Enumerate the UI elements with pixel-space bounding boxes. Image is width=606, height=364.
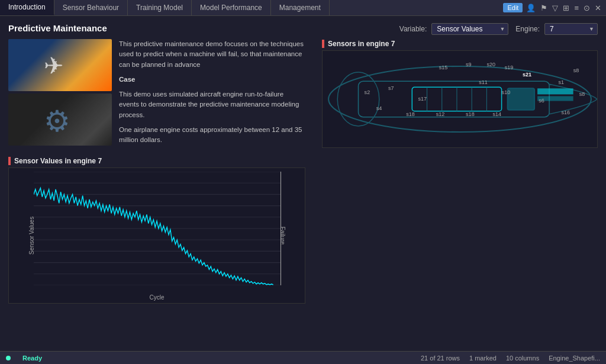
- close-icon[interactable]: ✕: [594, 4, 602, 12]
- y-axis-label: Sensor Values: [28, 217, 35, 255]
- variable-control: Variable: Sensor Values: [399, 23, 508, 35]
- svg-text:s19: s19: [505, 65, 514, 70]
- failure-label: Failure: [279, 227, 286, 245]
- engine-control: Engine: 7: [515, 23, 598, 35]
- tab-sensor-behaviour[interactable]: Sensor Behaviour: [54, 0, 128, 15]
- svg-rect-45: [537, 88, 573, 94]
- svg-text:s18: s18: [406, 111, 415, 117]
- status-rows: 21 of 21 rows: [421, 355, 460, 362]
- help-icon[interactable]: ⊙: [582, 4, 591, 12]
- intro-section: This predictive maintenance demo focuses…: [8, 39, 305, 150]
- svg-text:s10: s10: [502, 89, 511, 95]
- svg-text:s4: s4: [376, 105, 382, 111]
- svg-text:s15: s15: [439, 65, 448, 70]
- svg-text:s12: s12: [436, 111, 445, 117]
- chart-title: Sensor Values in engine 7: [8, 157, 305, 165]
- status-bar: Ready 21 of 21 rows 1 marked 10 columns …: [0, 351, 606, 364]
- engine-section: Sensors in engine 7: [322, 40, 598, 344]
- main-content: Predictive Maintenance This predictive m…: [0, 16, 606, 351]
- svg-text:s20: s20: [486, 62, 495, 67]
- left-panel: Predictive Maintenance This predictive m…: [0, 16, 314, 351]
- variable-select[interactable]: Sensor Values: [431, 23, 508, 35]
- variable-label: Variable:: [399, 25, 427, 33]
- user-icon[interactable]: 👤: [525, 4, 537, 12]
- svg-text:s18: s18: [466, 111, 475, 117]
- sensor-section-title: Sensors in engine 7: [322, 40, 598, 48]
- menu-icon[interactable]: ≡: [573, 4, 580, 12]
- svg-text:s7: s7: [388, 85, 394, 91]
- svg-text:s1: s1: [558, 79, 564, 85]
- engine-image: [8, 94, 112, 146]
- toolbar-right: Edit 👤 ⚑ ▽ ⊞ ≡ ⊙ ✕: [499, 0, 606, 15]
- status-ready: Ready: [22, 355, 42, 362]
- chart-section: Sensor Values in engine 7 Sensor Values …: [8, 157, 305, 344]
- cost-paragraph: One airplane engine costs approximately …: [119, 125, 305, 146]
- airplane-image: [8, 39, 112, 91]
- chart-svg: 1 0,9 0,8 0,7 0,6 0,5 0,4 0,3 0,2 0,1 0 …: [34, 172, 281, 285]
- status-marked: 1 marked: [469, 355, 497, 362]
- svg-text:s9: s9: [466, 62, 472, 67]
- case-paragraph: This demo uses simulated aircraft engine…: [119, 89, 305, 120]
- page-title: Predictive Maintenance: [8, 23, 305, 33]
- chart-container: Sensor Values Cycle Failure: [8, 167, 305, 304]
- engine-label: Engine:: [515, 25, 540, 33]
- tab-model-performance[interactable]: Model Performance: [192, 0, 271, 15]
- svg-text:s6: s6: [539, 98, 544, 104]
- tab-training-model[interactable]: Training Model: [128, 0, 192, 15]
- filter-icon[interactable]: ▽: [551, 4, 559, 12]
- svg-text:s21: s21: [523, 72, 531, 78]
- sensor-title-bar: [322, 40, 324, 48]
- svg-text:s14: s14: [492, 111, 501, 117]
- svg-text:s16: s16: [561, 109, 570, 115]
- svg-text:s8: s8: [579, 91, 585, 97]
- intro-paragraph: This predictive maintenance demo focuses…: [119, 39, 305, 70]
- intro-images: [8, 39, 112, 150]
- svg-text:s17: s17: [418, 96, 427, 102]
- engine-select-wrapper[interactable]: 7: [544, 23, 598, 35]
- case-label: Case: [119, 75, 305, 85]
- svg-text:s8: s8: [573, 67, 579, 73]
- tab-bar: Introduction Sensor Behaviour Training M…: [0, 0, 606, 16]
- status-dot-icon: [6, 356, 11, 360]
- tab-introduction[interactable]: Introduction: [0, 0, 54, 15]
- grid-icon[interactable]: ⊞: [562, 4, 570, 12]
- status-columns: 10 columns: [506, 355, 539, 362]
- status-dataset: Engine_Shapefi...: [549, 355, 600, 362]
- svg-text:s2: s2: [365, 89, 370, 95]
- chart-title-bar: [8, 157, 11, 165]
- x-axis-label: Cycle: [149, 294, 164, 301]
- edit-button[interactable]: Edit: [503, 3, 523, 12]
- engine-select[interactable]: 7: [544, 23, 598, 35]
- svg-text:s11: s11: [479, 79, 488, 85]
- tab-management[interactable]: Management: [271, 0, 330, 15]
- variable-select-wrapper[interactable]: Sensor Values: [431, 23, 508, 35]
- flag-icon[interactable]: ⚑: [539, 4, 549, 12]
- intro-text: This predictive maintenance demo focuses…: [119, 39, 305, 150]
- engine-svg: s8 s15 s9 s20 s19 s21 s1 s8 s2 s7 s11 s1…: [323, 51, 597, 147]
- engine-diagram: s8 s15 s9 s20 s19 s21 s1 s8 s2 s7 s11 s1…: [322, 50, 598, 148]
- controls-row: Variable: Sensor Values Engine: 7: [322, 23, 598, 35]
- right-panel: Variable: Sensor Values Engine: 7: [314, 16, 606, 351]
- svg-rect-47: [508, 88, 534, 109]
